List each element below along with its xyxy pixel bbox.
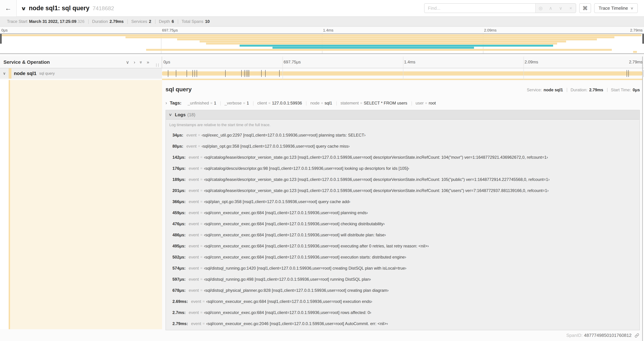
collapse-trace-icon[interactable]: ∨ [21,5,26,12]
chevron-down-icon: ∨ [168,112,172,117]
log-event-text: ‹sql/conn_executor_exec.go:684 [nsql1,cl… [204,244,429,248]
expand-one-icon[interactable]: › [134,60,135,65]
log-entry-row[interactable]: 495μs: event = ‹sql/conn_executor_exec.g… [166,240,640,252]
overview-item: Service: node sql1 [523,88,567,92]
page-title: node sql1: sql query [29,5,89,12]
log-tick-mark [246,70,246,77]
log-entry-row[interactable]: 80μs: event = ‹sql/plan_opt.go:358 [nsql… [166,141,640,152]
log-equals: = [200,244,202,248]
log-event-text: ‹sql/conn_executor_exec.go:684 [nsql1,cl… [204,255,406,259]
log-timestamp: 2.79ms: [172,321,188,326]
log-field-key: event [189,310,199,315]
log-entry-row[interactable]: 574μs: event = ‹sql/distsql_running.go:1… [166,263,640,274]
tag-equals: = [210,101,212,106]
minimap-tick-label: 0μs [2,28,8,33]
tags-label: Tags: [170,100,182,106]
detail-overview: Service: node sql1 Duration: 2.79ms Star… [523,88,640,92]
log-entry-row[interactable]: 176μs: event = ‹sql/catalog/descs/descri… [166,163,640,174]
log-entry-row[interactable]: 678μs: event = ‹sql/distsql_physical_pla… [166,285,640,296]
log-entry-row[interactable]: 201μs: event = ‹sql/catalog/lease/descri… [166,185,640,196]
minimap-right-scrubber[interactable] [642,34,644,44]
minimap-span-row [0,43,644,45]
log-entry-row[interactable]: 597μs: event = ‹sql/distsql_running.go:4… [166,274,640,285]
log-tick-mark [176,70,176,77]
log-event-text: ‹sql/plan_opt.go:358 [nsql1,client=127.0… [202,144,350,149]
logs-accordion-header[interactable]: ∨ Logs (18) [166,110,640,120]
log-tick-mark [244,70,244,77]
log-entry-row[interactable]: 34μs: event = ‹sql/exec_util.go:2297 [ns… [166,130,640,141]
tag-equals: = [268,101,270,106]
service-operation-title: Service & Operation [4,60,50,65]
back-arrow-icon: ← [5,5,12,12]
detail-left-column [0,80,162,329]
tags-accordion-header[interactable]: › Tags: _unfinished = 1 _verbose = 1 cli… [166,100,640,106]
log-entry-row[interactable]: 502μs: event = ‹sql/conn_executor_exec.g… [166,252,640,263]
collapse-one-icon[interactable]: ∨ [126,60,129,65]
collapse-all-icon[interactable]: » [138,61,144,63]
log-tick-mark [265,70,266,77]
tag-value: root [429,101,436,106]
trace-stat: Depth 6 [155,19,178,24]
span-detail-band: sql query Service: node sql1 Duration: 2… [0,80,644,329]
view-selector-label: Trace Timeline [599,6,628,11]
tag-key: user [416,101,424,106]
log-tick-mark [194,70,195,77]
minimap-left-scrubber[interactable] [0,34,2,44]
tag-item: _verbose = 1 [220,101,253,106]
log-tick-mark [197,70,197,77]
span-id-label: SpanID: [566,333,582,338]
find-clear-icon[interactable]: × [566,6,576,11]
log-event-text: ‹sql/catalog/descs/descriptor.go:98 [nsq… [204,166,409,171]
back-button[interactable]: ← [0,0,16,17]
timeline-header-row: Service & Operation ∨ › » » 0μs697.75μs1… [0,57,644,68]
timeline-ruler: 0μs697.75μs1.4ms2.09ms2.79ms [162,57,644,68]
find-input[interactable] [424,4,535,13]
view-selector-button[interactable]: Trace Timeline ∨ [594,3,638,13]
log-field-key: event [189,277,199,282]
expand-all-icon[interactable]: » [147,60,149,65]
stat-suffix: .326 [76,19,84,24]
stat-value: 10 [205,19,210,24]
log-entry-row[interactable]: 459μs: event = ‹sql/conn_executor_exec.g… [166,207,640,218]
deep-link-icon[interactable] [635,333,639,338]
keyboard-shortcuts-button[interactable]: ⌘ [579,3,591,13]
log-entry-row[interactable]: 2.79ms: event = ‹sql/conn_executor_exec.… [166,318,640,329]
log-entry-row[interactable]: 189μs: event = ‹sql/catalog/lease/descri… [166,174,640,185]
log-entry-row[interactable]: 486μs: event = ‹sql/conn_executor_exec.g… [166,229,640,240]
detail-operation-title: sql query [166,86,192,93]
span-service-name: node sql1 [14,71,36,76]
log-field-key: event [189,188,199,193]
find-prev-icon[interactable]: ∧ [546,6,556,11]
tag-item: _unfinished = 1 [184,101,220,106]
log-field-key: event [186,144,197,149]
log-timestamp: 142μs: [172,155,186,160]
stat-value: March 31 2022, 17:25:09 [29,19,76,24]
minimap-canvas[interactable] [0,34,644,54]
logs-title: Logs [175,112,186,118]
log-equals: = [200,310,202,315]
log-entry-row[interactable]: 2.69ms: event = ‹sql/conn_executor_exec.… [166,296,640,307]
log-field-key: event [189,221,199,226]
span-collapse-icon[interactable]: ∨ [0,71,9,76]
log-entry-row[interactable]: 2.7ms: event = ‹sql/conn_executor_exec.g… [166,307,640,318]
stat-value: 2.79ms [110,19,124,24]
log-timestamp: 189μs: [172,177,186,182]
span-accent-strip [162,79,642,80]
column-resizer-handle[interactable] [156,63,158,67]
ruler-tick-label: 1.4ms [404,60,415,65]
log-event-text: ‹sql/distsql_running.go:498 [nsql1,clien… [204,277,371,282]
trace-stat: Services 2 [128,19,155,24]
span-bar-cell[interactable] [162,68,644,79]
log-entry-row[interactable]: 366μs: event = ‹sql/plan_opt.go:358 [nsq… [166,196,640,207]
minimap-span-rows [0,34,644,53]
span-name-cell[interactable]: ∨ node sql1 sql query [0,68,162,79]
tag-key: node [310,101,320,106]
find-match-icon[interactable]: ◎ [536,6,546,11]
log-timestamp: 2.7ms: [172,310,186,315]
log-entry-row[interactable]: 476μs: event = ‹sql/conn_executor_exec.g… [166,218,640,229]
span-duration-bar[interactable] [162,71,642,76]
find-next-icon[interactable]: ∨ [556,6,566,11]
tag-value: 1 [247,101,249,106]
log-field-key: event [189,255,199,259]
log-entry-row[interactable]: 142μs: event = ‹sql/catalog/lease/descri… [166,152,640,163]
